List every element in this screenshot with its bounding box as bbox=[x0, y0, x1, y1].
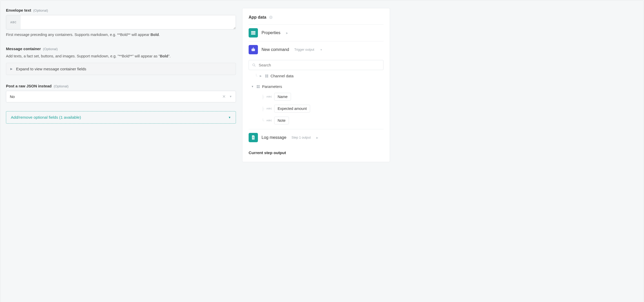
svg-text:LOG: LOG bbox=[252, 138, 254, 140]
raw-json-optional: (Optional) bbox=[54, 84, 68, 88]
channel-data-label: Channel data bbox=[271, 74, 294, 78]
expand-container-fields[interactable]: ▶ Expand to view message container field… bbox=[6, 63, 236, 75]
abc-type-icon: ABC bbox=[266, 95, 272, 98]
tree-param-expected-amount: ├ ABC Expected amount bbox=[250, 103, 384, 115]
envelope-text-input[interactable] bbox=[21, 15, 236, 29]
search-icon bbox=[252, 63, 256, 67]
svg-point-13 bbox=[253, 64, 255, 66]
svg-rect-17 bbox=[265, 76, 266, 77]
properties-row[interactable]: Properties ▶ bbox=[249, 24, 384, 41]
svg-rect-21 bbox=[257, 87, 258, 88]
svg-point-9 bbox=[252, 50, 253, 50]
search-input[interactable] bbox=[259, 63, 380, 67]
svg-rect-23 bbox=[252, 137, 254, 137]
new-command-row[interactable]: New command Trigger output ▼ bbox=[249, 41, 384, 58]
envelope-helper-text: First message preceding any containers. … bbox=[6, 32, 236, 38]
tree-item-parameters[interactable]: ▼ Parameters bbox=[250, 82, 384, 91]
tree-item-channel-data[interactable]: └ ▶ Channel data bbox=[250, 72, 384, 80]
log-icon: LOG bbox=[249, 133, 258, 142]
properties-label: Properties bbox=[262, 31, 280, 35]
raw-json-label: Post a raw JSON instead bbox=[6, 84, 52, 88]
grid-icon bbox=[256, 85, 260, 88]
svg-rect-24 bbox=[252, 138, 254, 138]
envelope-text-field: Envelope text (Optional) ABC First messa… bbox=[6, 8, 236, 38]
svg-point-12 bbox=[253, 47, 254, 48]
param-chip-expected-amount[interactable]: Expected amount bbox=[274, 105, 310, 112]
svg-rect-8 bbox=[252, 49, 255, 51]
svg-line-14 bbox=[255, 66, 255, 66]
raw-json-field: Post a raw JSON instead (Optional) No ✕ … bbox=[6, 84, 236, 102]
raw-json-select[interactable]: No ✕ ▼ bbox=[6, 91, 236, 102]
search-box[interactable] bbox=[249, 60, 384, 70]
svg-text:?: ? bbox=[270, 16, 272, 19]
param-chip-note[interactable]: Note bbox=[274, 117, 289, 124]
close-icon[interactable]: ✕ bbox=[222, 94, 226, 99]
bot-icon bbox=[249, 45, 258, 54]
tree-param-name: ├ ABC Name bbox=[250, 91, 384, 103]
abc-type-icon: ABC bbox=[266, 119, 272, 122]
new-command-label: New command bbox=[262, 47, 289, 52]
svg-rect-7 bbox=[252, 34, 255, 34]
message-container-optional: (Optional) bbox=[43, 47, 58, 51]
envelope-text-input-group: ABC bbox=[6, 15, 236, 29]
caret-down-icon: ▼ bbox=[251, 85, 254, 88]
message-container-helper: Add texts, a fact set, buttons, and imag… bbox=[6, 54, 236, 59]
svg-rect-16 bbox=[267, 74, 268, 76]
add-remove-optional-fields[interactable]: Add/remove optional fields (1 available)… bbox=[6, 111, 236, 124]
optional-fields-label: Add/remove optional fields (1 available) bbox=[11, 115, 81, 120]
svg-rect-5 bbox=[252, 33, 255, 33]
svg-rect-2 bbox=[251, 31, 252, 32]
caret-right-icon: ▶ bbox=[286, 32, 288, 34]
caret-right-icon: ▶ bbox=[316, 136, 318, 139]
svg-rect-19 bbox=[257, 85, 258, 86]
chevron-down-icon: ▼ bbox=[320, 48, 323, 51]
tree-guide-icon: └ bbox=[262, 118, 264, 123]
log-message-label: Log message bbox=[262, 135, 286, 140]
svg-rect-22 bbox=[258, 87, 260, 88]
raw-json-value: No bbox=[10, 94, 222, 99]
parameters-label: Parameters bbox=[262, 84, 282, 89]
abc-type-icon: ABC bbox=[266, 107, 272, 110]
message-container-field: Message container (Optional) Add texts, … bbox=[6, 47, 236, 75]
abc-prefix-badge: ABC bbox=[6, 15, 21, 29]
help-icon[interactable]: ? bbox=[269, 15, 273, 19]
svg-rect-6 bbox=[251, 34, 252, 34]
expand-container-label: Expand to view message container fields bbox=[16, 67, 86, 71]
tree-guide-icon: ├ bbox=[262, 95, 264, 99]
caret-right-icon: ▶ bbox=[10, 67, 12, 71]
chevron-down-icon: ▼ bbox=[229, 95, 232, 98]
current-step-output-label: Current step output bbox=[249, 150, 384, 155]
tree-guide-icon: └ bbox=[255, 74, 258, 78]
envelope-text-optional: (Optional) bbox=[33, 9, 48, 12]
param-chip-name[interactable]: Name bbox=[274, 93, 291, 101]
log-message-subtitle: Step 1 output bbox=[292, 136, 311, 139]
svg-rect-4 bbox=[251, 33, 252, 33]
tree-param-note: └ ABC Note bbox=[250, 115, 384, 126]
app-data-title: App data bbox=[249, 15, 266, 20]
chevron-down-icon: ▼ bbox=[228, 116, 231, 119]
caret-right-icon: ▶ bbox=[260, 74, 263, 77]
svg-rect-18 bbox=[267, 76, 268, 77]
envelope-text-label: Envelope text bbox=[6, 8, 31, 12]
app-data-panel: App data ? Properties ▶ New command Trig… bbox=[242, 8, 390, 162]
svg-point-10 bbox=[254, 50, 254, 50]
new-command-subtitle: Trigger output bbox=[294, 48, 314, 51]
list-icon bbox=[249, 28, 258, 37]
log-message-row[interactable]: LOG Log message Step 1 output ▶ bbox=[249, 129, 384, 146]
svg-rect-20 bbox=[258, 85, 260, 86]
message-container-label: Message container bbox=[6, 47, 41, 51]
grid-icon bbox=[265, 74, 269, 78]
svg-rect-15 bbox=[265, 74, 266, 76]
svg-rect-3 bbox=[252, 31, 255, 32]
tree-guide-icon: ├ bbox=[262, 107, 264, 111]
